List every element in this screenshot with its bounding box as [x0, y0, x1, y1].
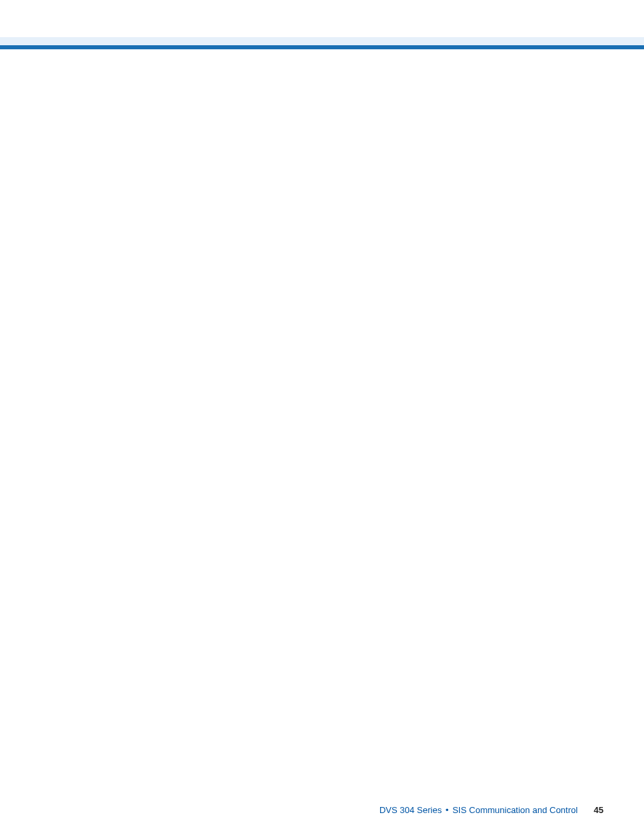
page-content: SIS Command and Response Table for IP Co… — [0, 0, 54, 37]
page-footer: DVS 304 Series • SIS Communication and C… — [0, 805, 644, 815]
header-band-dark — [0, 45, 644, 49]
bullet-icon: • — [444, 805, 450, 815]
page-number: 45 — [581, 805, 603, 815]
footer-section: SIS Communication and Control — [452, 805, 578, 815]
header-band-light — [0, 37, 644, 45]
footer-product: DVS 304 Series — [379, 805, 442, 815]
